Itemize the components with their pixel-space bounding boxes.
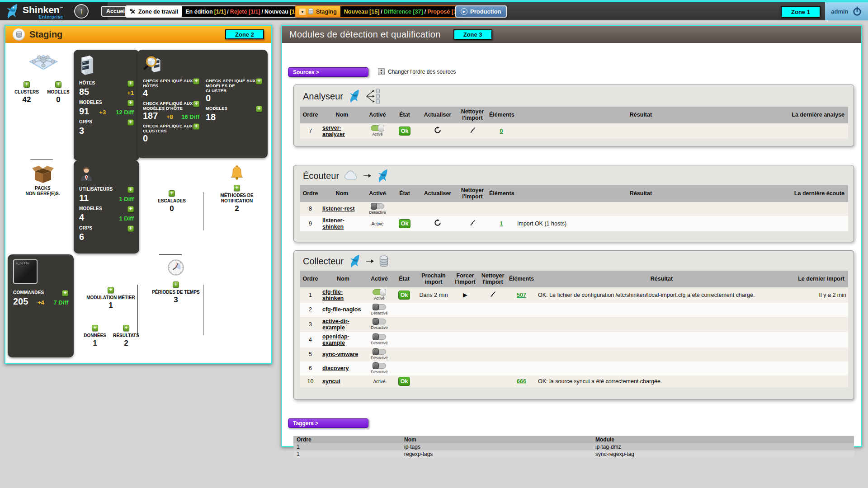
add-command-button[interactable] [62,290,68,296]
source-name-link[interactable]: listener-shinken [322,217,344,230]
active-toggle[interactable] [371,203,384,209]
check-host-models-stat: CHECK APPLIQUÉ AUX MODÈLES D'HÔTE 187 +8… [143,101,199,121]
elements-count-link[interactable]: 0 [500,128,503,134]
scroll-top-button[interactable]: ↑ [74,4,89,19]
divider [159,254,182,255]
production-button[interactable]: ▶ Production [455,5,507,18]
active-toggle[interactable] [373,363,386,369]
active-toggle[interactable] [373,334,386,340]
active-toggle[interactable] [373,304,386,310]
chevron-down-icon[interactable]: ▾ [299,9,306,15]
taggers-button[interactable]: Taggers > [288,418,368,428]
collecteur-row-openldap-example: 4 openldap-example Désactivé [300,332,848,347]
active-toggle[interactable] [373,289,386,295]
source-name-link[interactable]: openldap-example [322,333,349,346]
active-toggle[interactable] [373,349,386,355]
check-hosts-stat: CHECK APPLIQUÉ AUX HÔTES 4 [143,78,199,98]
bell-icon [229,165,245,181]
server-icon [79,55,95,75]
elements-count-link[interactable]: 666 [517,378,526,385]
divider [30,160,53,160]
add-cluster-model-button[interactable] [55,81,61,88]
elements-count-link[interactable]: 1 [500,221,503,227]
cluster-models-stat: MODELES 0 [42,81,74,104]
reorder-sources-control[interactable]: ▲▼ Changer l'ordre des sources [378,68,456,75]
source-name-link[interactable]: syncui [322,378,340,385]
collecteur-row-cfg-file-nagios: 2 cfg-file-nagios Désactivé [300,303,848,317]
add-escalade-button[interactable] [169,190,175,197]
source-name-link[interactable]: server-analyzer [322,125,345,137]
add-result-button[interactable] [123,325,129,331]
source-name-link[interactable]: cfg-file-nagios [322,306,361,313]
brand-edition: Enterprise [38,14,63,19]
fan-out-servers-icon [366,88,381,104]
active-toggle[interactable] [371,125,384,131]
time-periods-stat: PÉRIODES DE TEMPS 3 [148,259,204,305]
staging-selector[interactable]: ▾ Staging Nouveau [15] / Différence [37]… [295,5,463,18]
add-user-group-button[interactable] [127,225,134,232]
commands-tile: >_hello COMMANDES 205 +4 7 Diff [8,254,74,357]
add-notification-method-button[interactable] [234,185,240,191]
refresh-icon[interactable] [434,127,441,134]
clean-import-icon[interactable] [469,127,476,134]
add-time-period-button[interactable] [173,282,179,288]
add-user-button[interactable] [127,187,134,193]
resultats-stat: RÉSULTATS 2 [107,325,145,348]
check-clusters-stat: CHECK APPLIQUÉ AUX CLUSTERS 0 [143,123,199,143]
zone-1-badge[interactable]: Zone 1 [781,6,821,18]
arrow-right-icon [366,258,374,264]
clock-icon [167,259,184,276]
add-check-cluster-button[interactable] [193,123,199,130]
staging-panel: Staging Zone 2 CLUSTERS 42 MODELES [5,25,272,364]
add-check-model-button[interactable] [256,106,262,112]
sort-updown-icon[interactable]: ▲▼ [378,68,385,75]
check-magnifier-icon [143,55,164,75]
status-difference-count: Différence [37] [384,9,423,15]
workspace-label: Zone de travail [126,6,182,17]
top-bar: Shinken™ Enterprise ↑ Accueil Zone de tr… [0,0,868,20]
force-import-button[interactable]: ▶ [463,291,467,298]
source-name-link[interactable]: discovery [322,365,349,371]
clean-import-icon[interactable] [489,291,496,298]
source-name-link[interactable]: sync-vmware [322,351,358,357]
modules-panel-header: Modules de détection et qualification Zo… [282,26,861,43]
host-groups-row: GRPS [79,119,134,126]
up-arrow-icon: ↑ [80,7,84,16]
collecteur-row-syncui: 10 syncui Activé Ok 666 OK: la source sy… [300,375,848,387]
zone-3-badge[interactable]: Zone 3 [453,29,492,40]
collecteur-table: Ordre Nom Activé État Prochain import Fo… [300,271,848,387]
status-en-edition: En édition [185,9,212,15]
zone-2-badge[interactable]: Zone 2 [225,29,264,39]
status-ok-badge: Ok [398,291,410,300]
source-name-link[interactable]: listener-rest [322,206,355,212]
add-host-group-button[interactable] [127,119,134,126]
divider [203,285,203,335]
add-user-model-button[interactable] [127,206,134,212]
hosts-row: HÔTES [79,80,134,87]
active-toggle[interactable] [373,319,386,324]
add-host-model-button[interactable] [127,100,134,106]
power-icon[interactable] [852,6,862,16]
source-name-link[interactable]: active-dir-example [322,318,349,331]
add-modulation-button[interactable] [108,287,114,293]
users-tile: UTILISATEURS 11 1 Diff MODELES 4 1 Diff … [74,160,139,253]
sources-button[interactable]: Sources > [288,67,368,77]
add-cluster-button[interactable] [24,81,30,88]
clean-import-icon[interactable] [469,219,476,226]
ecouteur-card: Écouteur [293,165,854,242]
database-icon [379,255,389,267]
elements-count-link[interactable]: 507 [517,292,526,298]
user-groups-row: GRPS [79,225,134,232]
add-host-button[interactable] [127,80,134,87]
workspace-selector[interactable]: Zone de travail En édition [1/1] / Rejet… [125,5,301,18]
ninja-icon [376,169,390,183]
database-icon [308,8,314,15]
user-menu[interactable]: admin [825,2,868,20]
add-data-button[interactable] [92,325,98,331]
add-check-host-model-button[interactable] [193,101,199,107]
add-check-host-button[interactable] [193,78,199,84]
source-name-link[interactable]: cfg-file-shinken [322,289,344,301]
refresh-icon[interactable] [434,219,441,226]
add-check-cluster-model-button[interactable] [256,78,262,84]
users-row: UTILISATEURS [79,187,134,193]
